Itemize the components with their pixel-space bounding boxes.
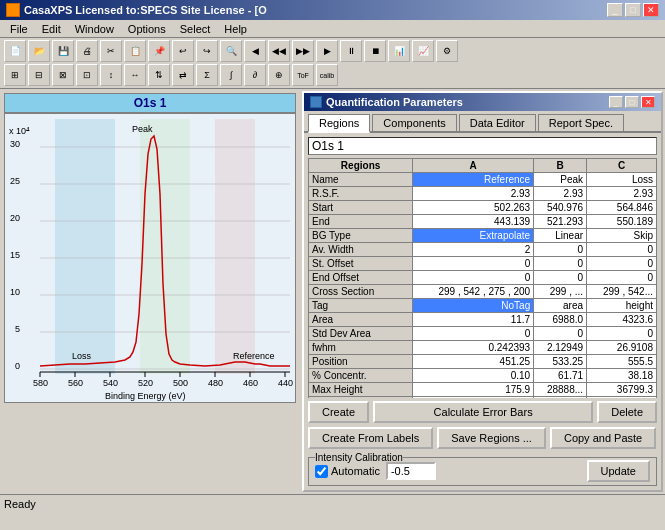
table-cell-b[interactable]: 61.71	[534, 369, 587, 383]
table-cell-b[interactable]: Linear	[534, 229, 587, 243]
create-button[interactable]: Create	[308, 401, 369, 423]
toolbar-btn-16[interactable]: ⏹	[364, 40, 386, 62]
toolbar-btn-26[interactable]: ↔	[124, 64, 146, 86]
quant-minimize[interactable]: _	[609, 96, 623, 108]
toolbar-btn-11[interactable]: ◀	[244, 40, 266, 62]
table-cell-c[interactable]: 26.9108	[587, 341, 657, 355]
toolbar-btn-13[interactable]: ▶▶	[292, 40, 314, 62]
table-cell-c[interactable]: 555.5	[587, 355, 657, 369]
toolbar-btn-29[interactable]: Σ	[196, 64, 218, 86]
table-cell-a[interactable]: 0.10	[413, 369, 534, 383]
toolbar-btn-1[interactable]: 📄	[4, 40, 26, 62]
table-cell-b[interactable]: 0	[534, 243, 587, 257]
table-cell-c[interactable]: 0	[587, 327, 657, 341]
close-button[interactable]: ✕	[643, 3, 659, 17]
table-cell-a[interactable]: 2	[413, 243, 534, 257]
table-cell-a[interactable]: 2.93	[413, 187, 534, 201]
table-cell-a[interactable]: 0	[413, 327, 534, 341]
menu-options[interactable]: Options	[122, 22, 172, 36]
table-cell-a[interactable]: 175.9	[413, 383, 534, 397]
menu-file[interactable]: File	[4, 22, 34, 36]
menu-window[interactable]: Window	[69, 22, 120, 36]
table-cell-a[interactable]: Extrapolate	[413, 229, 534, 243]
minimize-button[interactable]: _	[607, 3, 623, 17]
table-cell-c[interactable]: 564.846	[587, 201, 657, 215]
table-cell-c[interactable]: 2.93	[587, 187, 657, 201]
toolbar-btn-32[interactable]: ⊕	[268, 64, 290, 86]
toolbar-btn-18[interactable]: 📈	[412, 40, 434, 62]
table-cell-c[interactable]: 36799.3	[587, 383, 657, 397]
toolbar-btn-17[interactable]: 📊	[388, 40, 410, 62]
toolbar-btn-31[interactable]: ∂	[244, 64, 266, 86]
table-cell-b[interactable]: 2.93	[534, 187, 587, 201]
table-cell-a[interactable]: 11.7	[413, 313, 534, 327]
copy-and-paste-button[interactable]: Copy and Paste	[550, 427, 656, 449]
table-cell-c[interactable]: 0	[587, 257, 657, 271]
table-cell-a[interactable]: 502.263	[413, 201, 534, 215]
table-cell-a[interactable]: 299 , 542 , 275 , 200	[413, 285, 534, 299]
table-cell-a[interactable]: NoTag	[413, 299, 534, 313]
create-from-labels-button[interactable]: Create From Labels	[308, 427, 433, 449]
table-cell-b[interactable]: Peak	[534, 173, 587, 187]
toolbar-btn-24[interactable]: ⊡	[76, 64, 98, 86]
quant-close[interactable]: ✕	[641, 96, 655, 108]
table-cell-c[interactable]: 299 , 542...	[587, 285, 657, 299]
toolbar-btn-2[interactable]: 📂	[28, 40, 50, 62]
table-cell-b[interactable]: 533.25	[534, 355, 587, 369]
menu-edit[interactable]: Edit	[36, 22, 67, 36]
toolbar-btn-28[interactable]: ⇄	[172, 64, 194, 86]
table-cell-b[interactable]: 0	[534, 271, 587, 285]
table-cell-c[interactable]: 4323.6	[587, 313, 657, 327]
toolbar-btn-23[interactable]: ⊠	[52, 64, 74, 86]
tab-regions[interactable]: Regions	[308, 114, 370, 133]
table-cell-c[interactable]: 38.18	[587, 369, 657, 383]
table-cell-c[interactable]: Skip	[587, 229, 657, 243]
toolbar-btn-34[interactable]: calib	[316, 64, 338, 86]
automatic-checkbox-label[interactable]: Automatic	[315, 465, 380, 478]
table-cell-b[interactable]: area	[534, 299, 587, 313]
toolbar-btn-33[interactable]: ToF	[292, 64, 314, 86]
toolbar-btn-15[interactable]: ⏸	[340, 40, 362, 62]
table-cell-c[interactable]: Loss	[587, 173, 657, 187]
toolbar-btn-25[interactable]: ↕	[100, 64, 122, 86]
table-cell-b[interactable]: 540.976	[534, 201, 587, 215]
delete-button[interactable]: Delete	[597, 401, 657, 423]
toolbar-btn-12[interactable]: ◀◀	[268, 40, 290, 62]
save-regions-button[interactable]: Save Regions ...	[437, 427, 546, 449]
tab-components[interactable]: Components	[372, 114, 456, 131]
toolbar-btn-22[interactable]: ⊟	[28, 64, 50, 86]
table-cell-a[interactable]: 451.25	[413, 355, 534, 369]
table-cell-a[interactable]: 0	[413, 271, 534, 285]
toolbar-btn-27[interactable]: ⇅	[148, 64, 170, 86]
table-cell-b[interactable]: 521.293	[534, 215, 587, 229]
toolbar-btn-3[interactable]: 💾	[52, 40, 74, 62]
table-cell-c[interactable]: 0	[587, 243, 657, 257]
table-cell-b[interactable]: 6988.0	[534, 313, 587, 327]
table-cell-a[interactable]: 0.242393	[413, 341, 534, 355]
toolbar-btn-9[interactable]: ↪	[196, 40, 218, 62]
table-cell-a[interactable]: 0	[413, 257, 534, 271]
quant-maximize[interactable]: □	[625, 96, 639, 108]
toolbar-btn-8[interactable]: ↩	[172, 40, 194, 62]
toolbar-btn-6[interactable]: 📋	[124, 40, 146, 62]
toolbar-btn-4[interactable]: 🖨	[76, 40, 98, 62]
maximize-button[interactable]: □	[625, 3, 641, 17]
toolbar-btn-7[interactable]: 📌	[148, 40, 170, 62]
table-cell-b[interactable]: 0	[534, 257, 587, 271]
calculate-error-bars-button[interactable]: Calculate Error Bars	[373, 401, 593, 423]
table-cell-b[interactable]: 28888...	[534, 383, 587, 397]
table-cell-b[interactable]: 299 , ...	[534, 285, 587, 299]
table-cell-a[interactable]: Reference	[413, 173, 534, 187]
update-button[interactable]: Update	[587, 460, 650, 482]
toolbar-btn-10[interactable]: 🔍	[220, 40, 242, 62]
automatic-checkbox[interactable]	[315, 465, 328, 478]
menu-select[interactable]: Select	[174, 22, 217, 36]
table-cell-b[interactable]: 2.12949	[534, 341, 587, 355]
intensity-value-input[interactable]	[386, 462, 436, 480]
tab-report-spec[interactable]: Report Spec.	[538, 114, 624, 131]
table-cell-c[interactable]: height	[587, 299, 657, 313]
toolbar-btn-5[interactable]: ✂	[100, 40, 122, 62]
table-cell-a[interactable]: 443.139	[413, 215, 534, 229]
toolbar-btn-21[interactable]: ⊞	[4, 64, 26, 86]
menu-help[interactable]: Help	[218, 22, 253, 36]
